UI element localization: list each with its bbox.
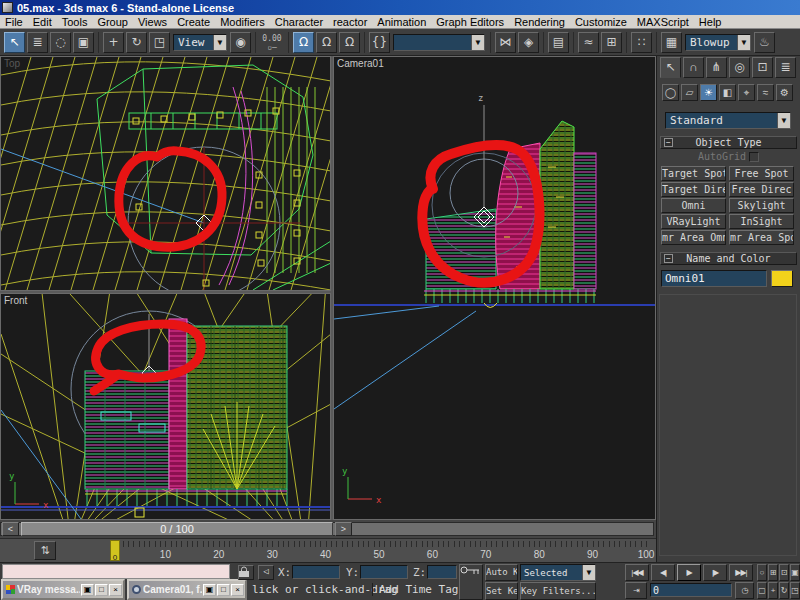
- insight-button[interactable]: InSight: [729, 214, 794, 229]
- tab-display[interactable]: ⊡: [752, 57, 773, 78]
- next-frame-button[interactable]: |▶: [703, 564, 727, 581]
- layer-manager-button[interactable]: ▤: [548, 32, 569, 53]
- menu-animation[interactable]: Animation: [372, 16, 431, 28]
- category-shapes[interactable]: ▱: [681, 84, 698, 101]
- snap-toggle-button[interactable]: Ω: [293, 32, 314, 53]
- menu-edit[interactable]: Edit: [28, 16, 57, 28]
- menu-help[interactable]: Help: [694, 16, 727, 28]
- autogrid-checkbox[interactable]: [749, 152, 759, 162]
- menu-character[interactable]: Character: [270, 16, 328, 28]
- menu-modifiers[interactable]: Modifiers: [215, 16, 270, 28]
- free-direct-button[interactable]: Free Direc: [729, 182, 794, 197]
- tab-utilities[interactable]: ≣: [775, 57, 796, 78]
- auto-key-button[interactable]: Auto Key: [485, 564, 518, 581]
- named-selection-dropdown[interactable]: ▼: [393, 34, 485, 51]
- selection-region-button[interactable]: ◌: [50, 32, 71, 53]
- menu-graph-editors[interactable]: Graph Editors: [431, 16, 509, 28]
- chevron-down-icon[interactable]: ▼: [582, 565, 595, 580]
- reference-coordsys-dropdown[interactable]: View▼: [173, 34, 227, 51]
- viewport-camera[interactable]: Camera01: [333, 56, 656, 520]
- render-scene-button[interactable]: ▦: [661, 32, 682, 53]
- select-by-name-button[interactable]: ≣: [27, 32, 48, 53]
- target-spot-button[interactable]: Target Spot: [661, 166, 726, 181]
- zoom-extents-icon[interactable]: ⊡: [779, 564, 789, 581]
- chevron-down-icon[interactable]: ▼: [213, 35, 226, 50]
- key-filters-button[interactable]: Key Filters...: [520, 582, 596, 600]
- title-bar[interactable]: 05.max - 3ds max 6 - Stand-alone License: [0, 0, 800, 15]
- quick-render-teapot-button[interactable]: ♨: [754, 32, 775, 53]
- close-icon[interactable]: ×: [231, 584, 244, 596]
- menu-reactor[interactable]: reactor: [328, 16, 372, 28]
- category-spacewarps[interactable]: ≈: [757, 84, 774, 101]
- category-cameras[interactable]: ◧: [719, 84, 736, 101]
- light-type-dropdown[interactable]: Standard▼: [665, 112, 791, 129]
- schematic-view-button[interactable]: ⊞: [601, 32, 622, 53]
- menu-tools[interactable]: Tools: [57, 16, 93, 28]
- go-to-start-button[interactable]: |◀◀: [625, 564, 649, 581]
- key-selection-dropdown[interactable]: Selected▼: [520, 564, 596, 581]
- viewport-camera-label[interactable]: Camera01: [337, 58, 384, 69]
- tab-create[interactable]: ↖: [660, 57, 681, 78]
- menu-rendering[interactable]: Rendering: [509, 16, 570, 28]
- menu-customize[interactable]: Customize: [570, 16, 632, 28]
- go-to-end-button[interactable]: ▶▶|: [729, 564, 753, 581]
- mr-area-omni-button[interactable]: mr Area Omni: [661, 230, 726, 245]
- maximize-icon[interactable]: □: [95, 584, 108, 596]
- category-lights[interactable]: ☀: [700, 84, 717, 101]
- current-frame-field[interactable]: [650, 583, 732, 597]
- viewport-front-label[interactable]: Front: [4, 295, 27, 306]
- object-name-field[interactable]: [661, 270, 767, 287]
- chevron-down-icon[interactable]: ▼: [471, 35, 484, 50]
- chevron-down-icon[interactable]: ▼: [737, 35, 750, 50]
- menu-group[interactable]: Group: [92, 16, 133, 28]
- free-spot-button[interactable]: Free Spot: [729, 166, 794, 181]
- category-helpers[interactable]: ⌖: [738, 84, 755, 101]
- time-slider-handle[interactable]: 0 / 100: [21, 522, 333, 536]
- tab-hierarchy[interactable]: ⋔: [706, 57, 727, 78]
- rollout-name-color[interactable]: − Name and Color: [660, 252, 797, 265]
- z-coord-field[interactable]: [427, 565, 457, 579]
- menu-views[interactable]: Views: [133, 16, 172, 28]
- zoom-all-icon[interactable]: ⊞: [768, 564, 778, 581]
- arc-rotate-icon[interactable]: ↻: [779, 582, 789, 599]
- tab-motion[interactable]: ◎: [729, 57, 750, 78]
- render-type-dropdown[interactable]: Blowup▼: [685, 34, 751, 51]
- use-pivot-center-button[interactable]: ◉: [230, 32, 251, 53]
- set-key-button[interactable]: Set Key: [485, 582, 518, 600]
- align-button[interactable]: ◈: [518, 32, 539, 53]
- spinner-snap-button[interactable]: Ω: [339, 32, 360, 53]
- trackbar-ruler[interactable]: 102030405060708090100: [0, 539, 656, 563]
- current-frame-marker[interactable]: 0: [110, 540, 120, 561]
- viewport-front[interactable]: Front: [0, 293, 331, 520]
- category-systems[interactable]: ⚙: [776, 84, 793, 101]
- menu-file[interactable]: File: [0, 16, 28, 28]
- category-geometry[interactable]: ◯: [662, 84, 679, 101]
- edit-named-selections-button[interactable]: {}: [369, 32, 390, 53]
- absolute-offset-mode-toggle[interactable]: ◁: [258, 565, 274, 580]
- menu-maxscript[interactable]: MAXScript: [632, 16, 694, 28]
- object-color-swatch[interactable]: [771, 270, 793, 287]
- curve-editor-button[interactable]: ≈: [578, 32, 599, 53]
- zoom-icon[interactable]: ○: [757, 564, 767, 581]
- y-coord-field[interactable]: [360, 565, 408, 579]
- add-time-tag[interactable]: Add Time Tag: [372, 583, 458, 596]
- viewport-top[interactable]: Top: [0, 56, 331, 291]
- target-direct-button[interactable]: Target Direc: [661, 182, 726, 197]
- minimized-window-vray[interactable]: VRay messa... ▣ □ ×: [1, 579, 125, 600]
- pan-icon[interactable]: +: [768, 582, 778, 599]
- window-crossing-button[interactable]: ▣: [73, 32, 94, 53]
- omni-button[interactable]: Omni: [661, 198, 726, 213]
- previous-frame-arrow[interactable]: <: [2, 522, 19, 536]
- select-object-button[interactable]: ↖: [4, 32, 25, 53]
- close-icon[interactable]: ×: [109, 584, 122, 596]
- vraylight-button[interactable]: VRayLight: [661, 214, 726, 229]
- select-move-button[interactable]: +: [103, 32, 124, 53]
- skylight-button[interactable]: Skylight: [729, 198, 794, 213]
- region-zoom-icon[interactable]: ▢: [757, 582, 767, 599]
- minimized-window-camera[interactable]: Camera01, f... ▣ □ ×: [127, 579, 247, 600]
- selection-lock-toggle[interactable]: [238, 565, 254, 580]
- viewport-top-label[interactable]: Top: [4, 58, 20, 69]
- x-coord-field[interactable]: [292, 565, 340, 579]
- mr-area-spot-button[interactable]: mr Area Spot: [729, 230, 794, 245]
- material-editor-button[interactable]: ∷: [631, 32, 652, 53]
